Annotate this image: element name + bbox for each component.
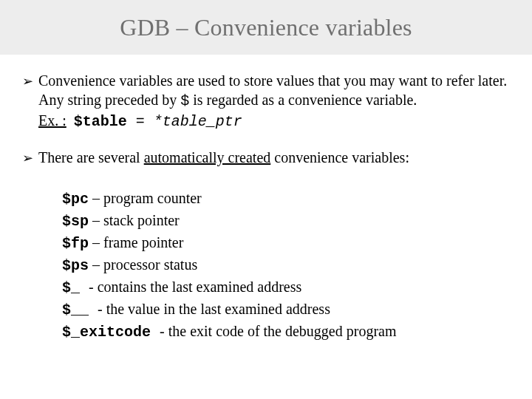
variable-name: $sp — [62, 213, 89, 230]
slide-title: GDB – Convenience variables — [120, 14, 412, 41]
variable-description: contains the last examined address — [98, 279, 302, 295]
variable-row: $ps – processor status — [62, 254, 511, 276]
variable-name: $_exitcode — [62, 324, 160, 341]
bullet-1-text-b: is regarded as a convenience variable. — [189, 92, 417, 108]
bullet-2-content: There are several automatically created … — [38, 148, 511, 168]
variable-name: $ps — [62, 257, 89, 274]
example-code-lhs: $table — [74, 113, 127, 130]
title-bar: GDB – Convenience variables — [0, 0, 532, 55]
variable-separator: - — [160, 323, 168, 339]
variable-separator: – — [89, 190, 103, 206]
variable-separator: – — [89, 234, 103, 250]
variable-row: $sp – stack pointer — [62, 210, 511, 232]
bullet-2-text-b: convenience variables: — [270, 149, 409, 166]
bullet-2-underlined: automatically created — [144, 149, 271, 166]
variable-name: $_ — [62, 279, 89, 296]
variable-separator: - — [98, 301, 106, 317]
slide-body: ➢ Convenience variables are used to stor… — [0, 55, 532, 358]
variable-row: $__ - the value in the last examined add… — [62, 299, 511, 321]
example-label: Ex. : — [38, 112, 66, 129]
variables-list: $pc – program counter$sp – stack pointer… — [21, 188, 511, 343]
dollar-sign-code: $ — [180, 92, 189, 109]
variable-separator: - — [89, 279, 98, 295]
variable-description: the value in the last examined address — [106, 301, 330, 317]
variable-description: program counter — [103, 190, 202, 206]
variable-name: $pc — [62, 191, 89, 208]
variable-description: stack pointer — [103, 212, 180, 228]
variable-description: the exit code of the debugged program — [168, 323, 397, 339]
variable-name: $__ — [62, 301, 98, 318]
bullet-1-content: Convenience variables are used to store … — [38, 71, 511, 132]
bullet-2-text-a: There are several — [38, 149, 144, 166]
variable-description: processor status — [103, 256, 197, 273]
variable-row: $_exitcode - the exit code of the debugg… — [62, 321, 511, 343]
variable-separator: – — [89, 212, 103, 228]
variable-name: $fp — [62, 235, 89, 252]
variable-row: $fp – frame pointer — [62, 232, 511, 254]
variable-description: frame pointer — [103, 234, 183, 250]
variable-separator: – — [89, 256, 103, 273]
bullet-arrow-icon: ➢ — [21, 148, 38, 168]
bullet-1: ➢ Convenience variables are used to stor… — [21, 71, 511, 132]
example-code-eq: = — [127, 113, 154, 130]
variable-row: $pc – program counter — [62, 188, 511, 210]
variable-row: $_ - contains the last examined address — [62, 276, 511, 299]
bullet-2: ➢ There are several automatically create… — [21, 148, 511, 168]
example-code-rhs: *table_ptr — [154, 113, 242, 130]
bullet-arrow-icon: ➢ — [21, 71, 38, 132]
